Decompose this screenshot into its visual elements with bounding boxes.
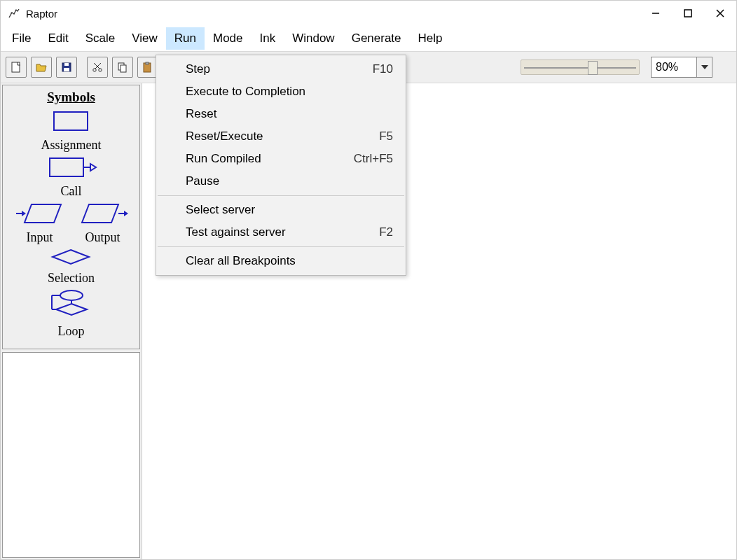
app-title: Raptor [26, 8, 57, 20]
paste-icon [142, 61, 154, 74]
symbol-label: Selection [48, 271, 95, 286]
dd-execute-to-completion[interactable]: Execute to Completion [156, 80, 406, 103]
sidebar-lower-panel [2, 352, 140, 558]
sidebar: Symbols Assignment Call [1, 83, 142, 559]
zoom-value: 80% [656, 61, 678, 74]
dd-label: Reset [186, 107, 216, 121]
dd-clear-breakpoints[interactable]: Clear all Breakpoints [156, 250, 406, 272]
menu-generate[interactable]: Generate [343, 27, 410, 50]
run-dropdown: StepF10 Execute to Completion Reset Rese… [156, 55, 406, 276]
raptor-icon [8, 7, 20, 20]
dd-label: Test against server [186, 225, 286, 239]
speed-slider[interactable] [521, 59, 640, 75]
svg-marker-24 [82, 204, 118, 223]
symbol-label: Call [61, 184, 82, 199]
symbol-assignment[interactable]: Assignment [41, 109, 101, 153]
svg-line-11 [94, 63, 99, 69]
dd-reset-execute[interactable]: Reset/ExecuteF5 [156, 125, 406, 148]
titlebar: Raptor [1, 1, 736, 26]
menu-edit[interactable]: Edit [39, 27, 76, 50]
open-folder-icon [35, 61, 48, 74]
symbol-input[interactable]: Input [15, 202, 65, 245]
dd-label: Pause [186, 174, 219, 188]
dd-shortcut: F10 [373, 62, 393, 76]
symbol-label: Output [85, 230, 120, 245]
svg-rect-6 [64, 63, 69, 66]
svg-point-8 [93, 69, 96, 71]
window-controls [640, 1, 736, 26]
dd-step[interactable]: StepF10 [156, 58, 406, 80]
dd-test-against-server[interactable]: Test against serverF2 [156, 221, 406, 244]
call-shape-icon [46, 155, 97, 183]
svg-marker-22 [22, 211, 26, 216]
symbol-selection[interactable]: Selection [48, 248, 95, 286]
scissors-icon [91, 61, 104, 74]
menu-run[interactable]: Run [166, 27, 205, 50]
input-shape-icon [15, 202, 65, 229]
dropdown-separator [158, 195, 404, 196]
assignment-shape-icon [50, 109, 92, 136]
symbols-title: Symbols [47, 90, 95, 105]
menubar: File Edit Scale View Run Mode Ink Window… [1, 26, 736, 51]
menu-mode[interactable]: Mode [205, 27, 252, 50]
menu-scale[interactable]: Scale [77, 27, 124, 50]
slider-thumb[interactable] [588, 61, 598, 75]
svg-line-10 [95, 63, 101, 69]
copy-icon [116, 61, 129, 74]
copy-button[interactable] [112, 57, 133, 78]
svg-marker-20 [90, 164, 96, 171]
menu-view[interactable]: View [123, 27, 166, 50]
svg-rect-7 [64, 68, 69, 71]
selection-shape-icon [50, 248, 92, 270]
svg-rect-15 [146, 62, 149, 64]
speed-slider-area: 80% [521, 57, 733, 78]
dd-shortcut: F5 [379, 130, 393, 144]
symbol-label: Loop [58, 324, 85, 339]
dropdown-separator [158, 246, 404, 247]
dd-pause[interactable]: Pause [156, 170, 406, 192]
svg-rect-17 [54, 112, 88, 130]
close-button[interactable] [704, 1, 736, 26]
dd-label: Select server [186, 203, 255, 217]
menu-window[interactable]: Window [284, 27, 343, 50]
svg-marker-16 [701, 65, 708, 69]
dd-reset[interactable]: Reset [156, 103, 406, 125]
svg-marker-27 [53, 250, 89, 264]
save-button[interactable] [56, 57, 77, 78]
svg-marker-23 [25, 204, 61, 223]
dd-label: Step [186, 62, 210, 76]
menu-file[interactable]: File [4, 27, 39, 50]
new-file-button[interactable] [6, 57, 27, 78]
dd-label: Execute to Completion [186, 85, 305, 99]
maximize-button[interactable] [672, 1, 704, 26]
svg-rect-13 [120, 65, 126, 72]
menu-ink[interactable]: Ink [252, 27, 284, 50]
svg-marker-26 [124, 211, 128, 216]
dd-select-server[interactable]: Select server [156, 199, 406, 221]
svg-marker-30 [56, 304, 87, 315]
svg-point-9 [99, 69, 102, 71]
svg-rect-4 [12, 62, 20, 72]
slider-track [524, 67, 636, 69]
zoom-select[interactable]: 80% [651, 57, 712, 78]
symbols-panel: Symbols Assignment Call [2, 85, 140, 349]
output-shape-icon [78, 202, 128, 229]
loop-shape-icon [49, 288, 94, 323]
dd-label: Run Compiled [186, 152, 261, 166]
dd-run-compiled[interactable]: Run CompiledCtrl+F5 [156, 148, 406, 170]
minimize-button[interactable] [640, 1, 672, 26]
dd-shortcut: F2 [379, 225, 393, 239]
dd-label: Reset/Execute [186, 130, 263, 144]
symbol-call[interactable]: Call [46, 155, 97, 199]
svg-point-28 [60, 290, 83, 300]
open-file-button[interactable] [31, 57, 52, 78]
menu-help[interactable]: Help [410, 27, 451, 50]
symbol-label: Input [27, 230, 53, 245]
symbol-output[interactable]: Output [78, 202, 128, 245]
svg-rect-18 [50, 158, 83, 176]
cut-button[interactable] [87, 57, 108, 78]
symbol-loop[interactable]: Loop [49, 288, 94, 339]
svg-rect-1 [684, 10, 691, 17]
dropdown-caret-icon[interactable] [696, 57, 712, 77]
toolbar-separator [81, 57, 83, 78]
